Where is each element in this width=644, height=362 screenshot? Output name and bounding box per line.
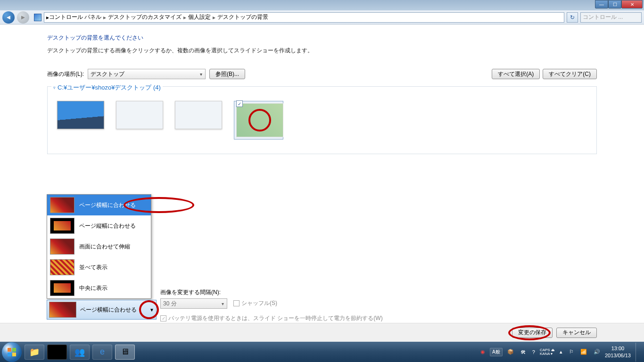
- content-area: デスクトップの背景を選んでください デスクトップの背景にする画像をクリックするか…: [0, 25, 644, 323]
- tray-clock[interactable]: 13:00 2013/06/13: [605, 345, 631, 359]
- window-minimize-button[interactable]: —: [595, 0, 608, 8]
- position-option-fill-width[interactable]: ページ横幅に合わせる: [47, 195, 151, 215]
- save-button[interactable]: 変更の保存: [512, 328, 553, 338]
- position-option-stretch[interactable]: 画面に合わせて伸縮: [47, 236, 151, 257]
- position-option-tile[interactable]: 並べて表示: [47, 257, 151, 278]
- tray-volume-icon[interactable]: 🔊: [592, 348, 602, 356]
- tray-overflow-icon[interactable]: ▴: [558, 348, 564, 356]
- search-input[interactable]: コントロール ...: [580, 12, 642, 23]
- image-folder-group: ▿ C:¥ユーザー¥shozo¥デスクトップ (4) ✓: [47, 86, 597, 154]
- tray-flag-icon[interactable]: ⚐: [567, 348, 576, 356]
- position-option-center[interactable]: 中央に表示: [47, 278, 151, 298]
- page-heading: デスクトップの背景を選んでください: [47, 34, 644, 42]
- start-button[interactable]: [2, 342, 22, 362]
- nav-bar: ◄ ► ▸ コントロール パネル▸ デスクトップのカスタマイズ▸ 個人設定▸ デ…: [0, 10, 644, 25]
- control-panel-icon: [34, 14, 41, 21]
- window-close-button[interactable]: ✕: [621, 0, 643, 8]
- tray-network-icon[interactable]: 📶: [578, 348, 589, 356]
- select-all-button[interactable]: すべて選択(A): [492, 69, 540, 79]
- position-dropdown-popup: ページ横幅に合わせる ページ縦幅に合わせる 画面に合わせて伸縮 並べて表示 中央…: [47, 194, 151, 299]
- svg-rect-3: [12, 353, 16, 356]
- clear-all-button[interactable]: すべてクリア(C): [543, 69, 597, 79]
- shuffle-checkbox[interactable]: [233, 300, 239, 306]
- shuffle-label: シャッフル(S): [241, 299, 277, 307]
- refresh-button[interactable]: ↻: [567, 12, 578, 23]
- interval-dropdown[interactable]: 30 分: [160, 298, 227, 309]
- windows-logo-icon: [7, 347, 17, 357]
- tray-icon[interactable]: ◉: [479, 348, 487, 356]
- location-label: 画像の場所(L):: [47, 70, 84, 78]
- caps-kana-indicator: CAPS ⏏KANA ▾: [540, 348, 555, 356]
- browse-button[interactable]: 参照(B)...: [209, 69, 245, 79]
- tray-help-icon[interactable]: ?: [530, 348, 537, 356]
- dialog-footer: 変更の保存 キャンセル: [0, 323, 644, 342]
- taskbar-messenger-icon[interactable]: 👥: [70, 345, 90, 360]
- show-desktop-button[interactable]: [636, 343, 640, 362]
- svg-rect-2: [8, 353, 11, 356]
- thumbnail[interactable]: [57, 101, 107, 140]
- taskbar-app-icon[interactable]: ✳: [47, 345, 67, 360]
- thumbnail-checkbox[interactable]: ✓: [236, 100, 243, 107]
- tray-icon[interactable]: 📦: [505, 348, 516, 356]
- thumbnail-selected[interactable]: ✓: [234, 101, 283, 140]
- folder-path[interactable]: ▿ C:¥ユーザー¥shozo¥デスクトップ (4): [51, 83, 163, 92]
- taskbar-control-panel-icon[interactable]: 🖥: [115, 345, 135, 360]
- taskbar: 📁 ✳ 👥 e 🖥 ◉ A般 📦 🛠 ? CAPS ⏏KANA ▾ ▴ ⚐ 📶 …: [0, 342, 644, 362]
- thumbnail[interactable]: [175, 101, 224, 140]
- window-maximize-button[interactable]: ☐: [608, 0, 621, 8]
- cancel-button[interactable]: キャンセル: [556, 328, 597, 338]
- tray-icon[interactable]: 🛠: [519, 348, 528, 356]
- svg-rect-0: [8, 348, 11, 352]
- title-bar: — ☐ ✕: [0, 0, 644, 10]
- ime-status[interactable]: A般: [490, 348, 503, 356]
- breadcrumb-item[interactable]: コントロール パネル: [49, 13, 101, 21]
- breadcrumb-item[interactable]: 個人設定: [188, 13, 211, 21]
- breadcrumb-item[interactable]: デスクトップの背景: [217, 13, 268, 21]
- back-button[interactable]: ◄: [2, 11, 15, 24]
- svg-rect-1: [12, 348, 16, 352]
- taskbar-ie-icon[interactable]: e: [92, 345, 112, 360]
- battery-checkbox[interactable]: [160, 315, 166, 321]
- forward-button[interactable]: ►: [17, 11, 29, 24]
- taskbar-explorer-icon[interactable]: 📁: [25, 345, 44, 360]
- position-option-fill-height[interactable]: ページ縦幅に合わせる: [47, 215, 151, 236]
- chevron-down-icon: ▼: [149, 307, 154, 313]
- battery-label: バッテリ電源を使用するときは、スライド ショーを一時停止して電力を節約する(W): [168, 314, 383, 322]
- breadcrumb[interactable]: ▸ コントロール パネル▸ デスクトップのカスタマイズ▸ 個人設定▸ デスクトッ…: [44, 12, 564, 23]
- breadcrumb-item[interactable]: デスクトップのカスタマイズ: [108, 13, 182, 21]
- interval-label: 画像を変更する間隔(N):: [160, 288, 227, 296]
- position-dropdown[interactable]: ページ横幅に合わせる ▼: [47, 300, 157, 320]
- location-dropdown[interactable]: デスクトップ: [88, 69, 206, 79]
- thumbnail[interactable]: [116, 101, 165, 140]
- page-subtext: デスクトップの背景にする画像をクリックするか、複数の画像を選択してスライドショー…: [47, 47, 644, 55]
